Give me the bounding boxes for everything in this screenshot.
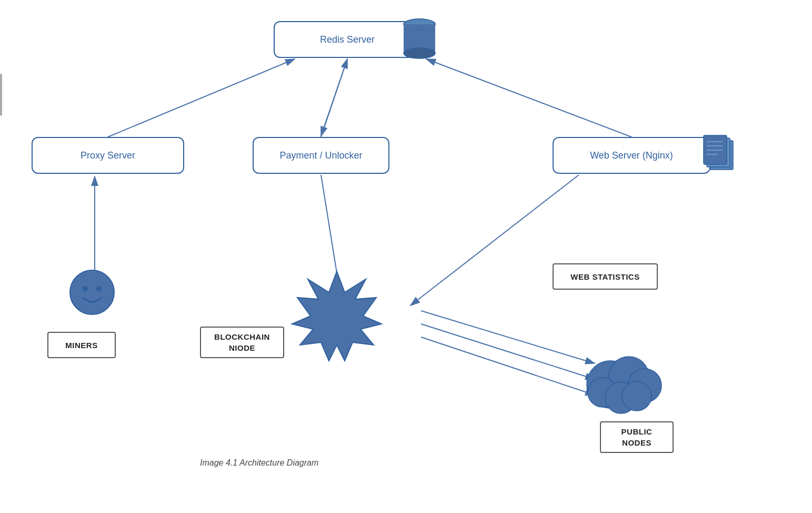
svg-marker-27 [292,271,382,361]
svg-point-26 [96,286,102,291]
miners-label: MINERS [65,341,97,350]
svg-line-9 [421,311,595,363]
redis-cylinder-icon [401,15,438,62]
payment-unlocker-label: Payment / Unlocker [279,150,362,161]
web-server-label: Web Server (Nginx) [590,150,673,161]
miners-smiley-icon [68,269,116,316]
svg-rect-16 [404,24,435,29]
blockchain-node-shape [263,269,410,363]
svg-line-3 [426,59,631,137]
public-nodes-label-box: PUBLIC NODES [600,421,674,453]
svg-line-5 [321,59,347,136]
svg-point-14 [404,48,435,58]
redis-server-label: Redis Server [320,34,375,45]
web-server-box: Web Server (Nginx) [553,137,710,174]
proxy-server-label: Proxy Server [81,150,135,161]
blockchain-label-box: BLOCKCHAIN NIODE [200,327,284,358]
public-nodes-label: PUBLIC NODES [621,426,653,448]
svg-point-25 [83,286,88,291]
web-server-pages-icon [703,134,737,182]
payment-unlocker-box: Payment / Unlocker [253,137,389,174]
svg-point-24 [70,270,114,314]
svg-line-4 [321,59,347,137]
diagram-caption: Image 4.1 Architecture Diagram [200,458,318,468]
svg-line-10 [421,324,595,379]
svg-point-33 [622,381,651,411]
arrows-svg [0,0,812,513]
blockchain-label: BLOCKCHAIN NIODE [214,331,270,353]
proxy-server-box: Proxy Server [32,137,184,174]
svg-line-2 [108,59,295,137]
redis-server-box: Redis Server [274,21,421,58]
architecture-diagram: Redis Server Proxy Server Payment / Unlo… [0,0,812,513]
web-statistics-box: WEB STATISTICS [553,263,658,290]
miners-label-box: MINERS [47,332,116,358]
left-edge-bar [0,74,2,116]
svg-line-11 [421,337,595,395]
public-nodes-cloud-icon [574,337,668,416]
web-statistics-label: WEB STATISTICS [570,272,639,281]
